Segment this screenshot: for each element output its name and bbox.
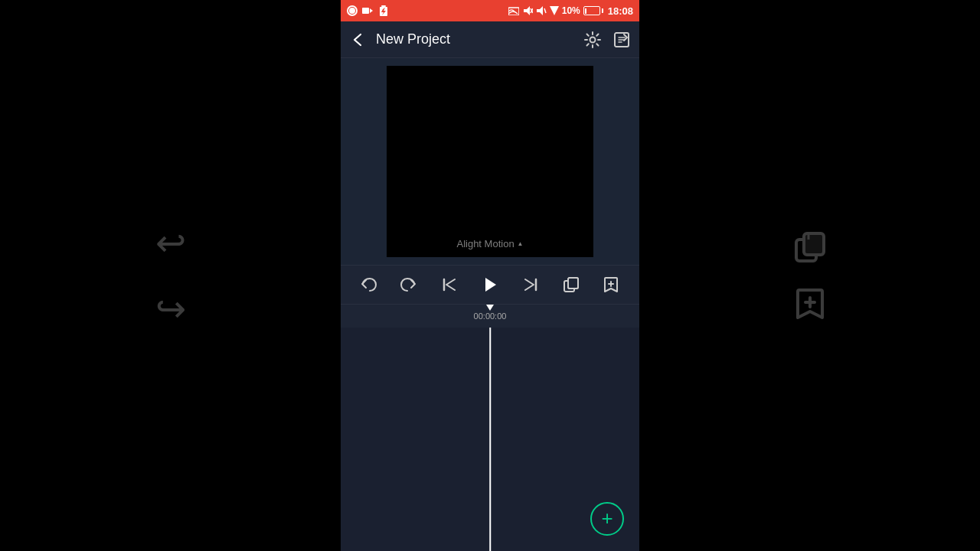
right-bookmark-icon: [795, 287, 825, 321]
left-ghost-icons: ↩ ↪: [155, 221, 186, 330]
volume-icon: [536, 6, 547, 15]
redo-button[interactable]: [394, 269, 424, 300]
left-redo-icon: ↪: [155, 287, 186, 330]
svg-rect-2: [381, 5, 386, 7]
svg-point-12: [590, 37, 596, 42]
svg-marker-11: [550, 6, 559, 15]
status-bar: 10% 18:08: [341, 0, 639, 21]
video-record-icon: [361, 5, 374, 17]
svg-rect-24: [804, 233, 824, 255]
settings-icon[interactable]: [584, 31, 601, 48]
export-icon[interactable]: [613, 31, 630, 48]
cast-icon: [508, 6, 519, 15]
header-icons: [584, 31, 630, 48]
playhead-line: [489, 328, 491, 551]
watermark-arrow: ▲: [518, 240, 524, 247]
svg-marker-15: [485, 278, 496, 292]
copy-button[interactable]: [556, 269, 586, 300]
left-undo-icon: ↩: [155, 221, 186, 264]
transport-bar: [341, 265, 639, 305]
back-button[interactable]: [350, 31, 367, 48]
bookmark-button[interactable]: [596, 269, 626, 300]
watermark-text: Alight Motion: [456, 238, 514, 249]
right-ghost-icons: [793, 230, 827, 321]
battery-icon: [583, 6, 603, 15]
battery-status-icon: [377, 5, 390, 17]
project-title: New Project: [376, 31, 584, 47]
timecode-display: 00:00:00: [474, 311, 507, 321]
status-left: [347, 5, 390, 17]
skip-fwd-button[interactable]: [515, 269, 546, 300]
svg-rect-0: [362, 8, 369, 14]
phone-container: 10% 18:08 New Project: [341, 0, 639, 551]
notif-icon-1: [347, 5, 358, 16]
right-copy-icon: [793, 230, 827, 264]
status-time: 18:08: [608, 5, 633, 17]
svg-marker-1: [370, 8, 373, 13]
preview-canvas: Alight Motion ▲: [387, 66, 593, 257]
status-right: 10% 18:08: [508, 5, 633, 17]
mute-icon: [522, 6, 533, 15]
undo-button[interactable]: [353, 269, 384, 300]
add-clip-button[interactable]: +: [590, 502, 624, 536]
right-overlay: [639, 0, 980, 551]
top-header: New Project: [341, 21, 639, 58]
add-icon: +: [601, 508, 612, 528]
timeline-ruler: 00:00:00: [341, 305, 639, 328]
svg-marker-9: [537, 6, 543, 15]
timeline-area: 00:00:00 +: [341, 305, 639, 551]
play-button[interactable]: [475, 269, 505, 300]
battery-percent: 10%: [562, 5, 580, 16]
signal-icon: [550, 6, 559, 15]
svg-rect-19: [568, 278, 578, 289]
skip-back-button[interactable]: [434, 269, 465, 300]
left-overlay: ↩ ↪: [0, 0, 341, 551]
watermark: Alight Motion ▲: [456, 238, 523, 249]
preview-area: Alight Motion ▲: [341, 58, 639, 265]
svg-line-10: [544, 8, 546, 13]
svg-marker-6: [524, 6, 530, 15]
